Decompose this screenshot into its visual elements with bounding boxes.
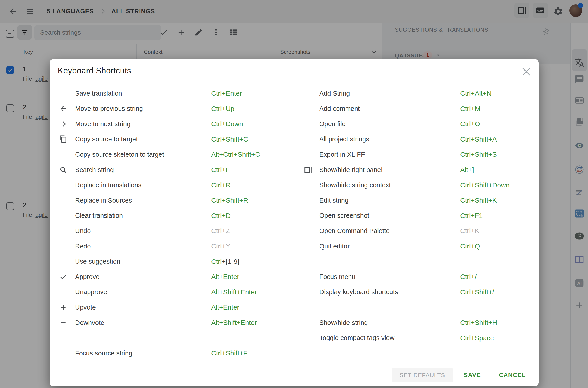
shortcut-key-part: Ctrl+K [460,227,479,235]
shortcut-row: Save translationCtrl+Enter [59,86,295,101]
shortcut-row: Replace in translationsCtrl+R [59,177,295,193]
shortcut-row: Display keyboard shortcutsCtrl+Shift+/ [304,285,534,300]
shortcut-keys: Ctrl+M [460,105,480,113]
shortcut-keys: Ctrl+Shift+K [460,196,497,204]
shortcut-row: Add commentCtrl+M [304,101,534,117]
shortcut-row: Replace in SourcesCtrl+Shift+R [59,193,295,208]
shortcut-row: ApproveAlt+Enter [59,269,295,285]
shortcut-key-part: Ctrl [211,258,222,265]
shortcut-key-part: Ctrl+Up [211,105,235,112]
shortcut-label: Add comment [319,105,460,112]
shortcut-keys: Alt+Shift+Enter [211,319,257,326]
shortcut-keys: Ctrl+Shift+S [460,151,497,158]
shortcut-keys: Ctrl+Shift+Down [460,181,510,189]
shortcut-keys: Ctrl+O [460,120,480,128]
shortcut-keys: Ctrl+R [211,181,231,189]
shortcut-key-part: +[1-9] [222,258,240,265]
plus-icon [59,303,75,311]
shortcut-keys: Ctrl+Up [211,105,235,113]
shortcut-row: Move to previous stringCtrl+Up [59,101,295,117]
shortcut-key-part: Ctrl+Shift+S [460,151,497,158]
shortcut-label: Focus source string [75,350,211,357]
shortcut-key-part: Ctrl+Shift+H [460,319,497,326]
shortcut-keys: Alt+Shift+Enter [211,288,257,296]
shortcut-label: Approve [75,273,211,281]
shortcut-row: Show/hide right panelAlt+] [304,162,534,177]
shortcut-keys: Ctrl+/ [460,273,477,281]
close-icon[interactable] [520,66,532,77]
shortcut-label: All project strings [319,135,460,143]
shortcut-row: Show/hide string contextCtrl+Shift+Down [304,177,534,193]
shortcut-label: Toggle compact tags view [319,334,460,342]
shortcut-row: Open Command PaletteCtrl+K [304,223,534,239]
shortcut-row: Use suggestionCtrl+[1-9] [59,254,295,269]
copy-icon [59,135,75,143]
shortcut-label: Show/hide string [319,319,460,326]
shortcut-label: Use suggestion [75,258,211,265]
shortcut-row: Toggle compact tags viewCtrl+Space [304,330,534,346]
shortcut-keys: Alt+] [460,166,474,174]
shortcut-row: Search stringCtrl+F [59,162,295,177]
shortcut-key-part: Alt+Enter [211,273,239,280]
shortcut-label: Save translation [75,90,211,97]
shortcut-keys: Ctrl+Alt+N [460,90,491,97]
shortcut-keys: Ctrl+Shift+F [211,349,247,357]
shortcut-row: Edit stringCtrl+Shift+K [304,193,534,208]
shortcut-key-part: Ctrl+Z [211,227,230,235]
shortcut-label: Focus menu [319,273,460,281]
shortcut-keys: Ctrl+Shift+A [460,135,497,143]
shortcut-keys: Alt+Enter [211,303,239,311]
save-button[interactable]: SAVE [456,368,488,382]
cancel-button[interactable]: CANCEL [493,368,532,382]
shortcut-row: Open screenshotCtrl+F1 [304,208,534,223]
shortcut-row: Copy source skeleton to targetAlt+Ctrl+S… [59,147,295,162]
shortcut-label: Quit editor [319,242,460,250]
shortcut-key-part: Alt+Shift+Enter [211,319,257,326]
shortcut-label: Open screenshot [319,212,460,219]
search-icon [59,166,75,174]
shortcut-keys: Ctrl+Down [211,120,243,128]
shortcut-key-part: Ctrl+O [460,120,480,127]
shortcut-key-part: Ctrl+Space [460,334,494,342]
shortcut-row: Export in XLIFFCtrl+Shift+S [304,147,534,162]
shortcut-label: Show/hide right panel [319,166,460,174]
shortcut-key-part: Ctrl+Alt+N [460,90,491,97]
shortcut-label: Move to next string [75,120,211,128]
shortcut-key-part: Ctrl+F1 [460,212,483,219]
shortcut-key-part: Ctrl+Down [211,120,243,127]
shortcut-label: Upvote [75,304,211,311]
shortcut-row: Clear translationCtrl+D [59,208,295,223]
shortcut-key-part: Ctrl+Shift+Down [460,181,510,189]
shortcut-keys: Ctrl+Shift+H [460,319,497,326]
dialog-title: Keyboard Shortcuts [58,66,131,75]
shortcut-label: Replace in Sources [75,197,211,204]
arrow-left-icon [59,105,75,113]
shortcut-label: Downvote [75,319,211,326]
shortcut-row: UpvoteAlt+Enter [59,300,295,315]
shortcut-label: Undo [75,227,211,235]
shortcut-label: Replace in translations [75,181,211,189]
shortcut-key-part: Ctrl+Shift+A [460,135,497,143]
shortcut-label: Display keyboard shortcuts [319,288,460,296]
editor-screen: 5 LANGUAGES ALL STRINGS Key Context Scre… [0,0,588,388]
shortcut-key-part: Alt+] [460,166,474,173]
shortcut-keys: Alt+Enter [211,273,239,281]
shortcut-key-part: Ctrl+Y [211,242,230,250]
shortcut-row: Focus menuCtrl+/ [304,269,534,285]
shortcut-row: Copy source to targetCtrl+Shift+C [59,132,295,147]
shortcut-keys: Ctrl+Z [211,227,230,235]
shortcut-label: Unapprove [75,288,211,296]
shortcut-key-part: Ctrl+Q [460,242,480,250]
shortcut-keys: Ctrl+[1-9] [211,258,239,266]
shortcut-key-part: Ctrl+R [211,181,231,189]
shortcut-keys: Ctrl+Shift+/ [460,288,494,296]
shortcut-label: Redo [75,242,211,250]
shortcut-label: Export in XLIFF [319,151,460,158]
shortcut-row: Focus source stringCtrl+Shift+F [59,345,295,361]
shortcut-keys: Ctrl+F [211,166,230,174]
shortcuts-column-right: Add StringCtrl+Alt+NAdd commentCtrl+MOpe… [304,86,534,371]
set-defaults-button[interactable]: SET DEFAULTS [392,368,453,382]
shortcut-key-part: Alt+Ctrl+Shift+C [211,151,260,158]
shortcut-row: DownvoteAlt+Shift+Enter [59,315,295,330]
shortcut-key-part: Ctrl+F [211,166,230,173]
